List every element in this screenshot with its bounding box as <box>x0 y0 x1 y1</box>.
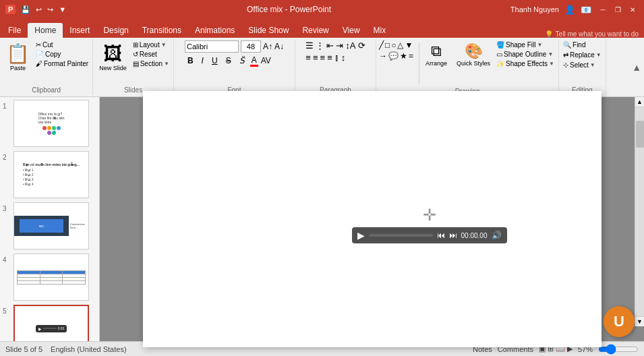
zoom-slider[interactable] <box>598 344 639 355</box>
bullets-button[interactable]: ☰ <box>305 40 314 51</box>
slide-strip: 1 Office mix là gì?Chào file đầu tiênvào… <box>0 97 100 341</box>
slide-item-1[interactable]: 1 Office mix là gì?Chào file đầu tiênvào… <box>3 100 96 147</box>
layout-button[interactable]: ⊞ Layout ▼ <box>131 40 171 49</box>
paragraph-inner: ☰ ⋮ ⇤ ⇥ ↕A ⟳ ≡ ≡ ≡ ≡ ⫿ ↕ <box>305 40 365 85</box>
callout-shape-button[interactable]: 💬 <box>388 51 399 61</box>
circle-shape-button[interactable]: ○ <box>391 40 396 50</box>
tell-me-box[interactable]: 💡 Tell me what you want to do <box>545 30 639 38</box>
bold-button[interactable]: B <box>185 55 196 67</box>
underline-button[interactable]: U <box>209 55 221 67</box>
tab-view[interactable]: View <box>336 23 367 38</box>
line-shape-button[interactable]: ╱ <box>379 40 384 50</box>
section-button[interactable]: ▤ Section ▼ <box>131 59 171 68</box>
italic-button[interactable]: I <box>199 55 206 67</box>
media-volume-button[interactable]: 🔊 <box>492 231 502 240</box>
convert-smartart-button[interactable]: ⟳ <box>358 40 365 51</box>
tab-home[interactable]: Home <box>28 23 63 38</box>
slide-item-5[interactable]: 5 ▶ 0:00 <box>3 305 96 341</box>
justify-button[interactable]: ≡ <box>327 53 332 63</box>
move-handle-icon[interactable]: ✛ <box>423 206 436 225</box>
line-spacing-button[interactable]: ↕ <box>341 53 346 63</box>
undo-icon[interactable]: ↩ <box>34 4 43 16</box>
shape-outline-icon: ▭ <box>496 51 502 58</box>
account-icon[interactable]: 👤 <box>564 5 575 15</box>
section-dropdown-arrow: ▼ <box>164 61 169 67</box>
reset-button[interactable]: ↺ Reset <box>131 50 171 59</box>
star-shape-button[interactable]: ★ <box>400 51 407 61</box>
cut-button[interactable]: ✂ Cut <box>34 40 90 49</box>
replace-button[interactable]: ⇄ Replace ▼ <box>562 51 603 59</box>
tell-me-text: Tell me what you want to do <box>556 30 639 38</box>
triangle-shape-button[interactable]: △ <box>397 40 403 50</box>
shadow-button[interactable]: S̈ <box>237 55 247 67</box>
shape-fill-icon: 🪣 <box>496 41 504 49</box>
numbering-button[interactable]: ⋮ <box>316 40 324 51</box>
user-name: Thanh Nguyen <box>510 5 559 13</box>
media-next-button[interactable]: ⏭ <box>449 231 457 240</box>
strikethrough-button[interactable]: S <box>223 55 234 67</box>
font-color-button[interactable]: A <box>250 55 258 67</box>
find-button[interactable]: 🔍 Find <box>562 40 587 49</box>
new-slide-button[interactable]: 🖼 New Slide <box>96 40 130 73</box>
tab-design[interactable]: Design <box>96 23 135 38</box>
select-button[interactable]: ⊹ Select ▼ <box>562 61 597 69</box>
slide-item-3[interactable]: 3 IMG Content text here... <box>3 202 96 249</box>
media-prev-button[interactable]: ⏮ <box>437 231 445 240</box>
columns-button[interactable]: ⫿ <box>334 53 339 63</box>
slide-thumb-1: Office mix là gì?Chào file đầu tiênvào s… <box>13 100 89 147</box>
quick-styles-icon: 🎨 <box>465 42 483 60</box>
save-icon[interactable]: 💾 <box>20 4 32 16</box>
shapes-more-button[interactable]: ▼ <box>405 40 413 50</box>
tab-slideshow[interactable]: Slide Show <box>241 23 295 38</box>
slide-item-2[interactable]: 2 Bạn có muốn làm video bài giảng... • M… <box>3 151 96 198</box>
tab-mix[interactable]: Mix <box>367 23 393 38</box>
copy-button[interactable]: 📄 Copy <box>34 50 90 59</box>
font-size-input[interactable] <box>241 40 261 53</box>
arrow-shape-button[interactable]: → <box>379 51 387 61</box>
shape-fill-button[interactable]: 🪣 Shape Fill ▼ <box>495 40 556 49</box>
minimize-button[interactable]: ─ <box>597 3 609 16</box>
redo-icon[interactable]: ↪ <box>46 4 55 16</box>
slide-thumb-3: IMG Content text here... <box>13 202 89 249</box>
shape-effects-icon: ✨ <box>496 60 504 67</box>
scroll-thumb[interactable] <box>636 121 644 148</box>
scroll-down-button[interactable]: ▼ <box>635 317 645 326</box>
media-play-button[interactable]: ▶ <box>357 230 365 241</box>
decrease-indent-button[interactable]: ⇤ <box>326 40 334 51</box>
media-progress-bar[interactable] <box>369 234 433 237</box>
align-right-button[interactable]: ≡ <box>320 53 326 63</box>
share-icon[interactable]: 📧 <box>581 5 591 15</box>
customize-qa-icon[interactable]: ▼ <box>57 4 67 15</box>
tab-animations[interactable]: Animations <box>188 23 241 38</box>
arrange-button[interactable]: ⧉ Arrange <box>422 40 450 69</box>
font-name-input[interactable] <box>185 40 239 53</box>
shape-effects-button[interactable]: ✨ Shape Effects ▼ <box>495 59 556 68</box>
equation-shape-button[interactable]: = <box>409 51 413 61</box>
tab-insert[interactable]: Insert <box>63 23 96 38</box>
paste-button[interactable]: 📋 Paste <box>3 40 33 73</box>
app-icon: P <box>5 5 16 14</box>
tab-file[interactable]: File <box>1 23 28 38</box>
paragraph-row1: ☰ ⋮ ⇤ ⇥ ↕A ⟳ <box>305 40 365 51</box>
tab-transitions[interactable]: Transitions <box>136 23 188 38</box>
increase-font-button[interactable]: A↑ <box>263 42 272 51</box>
format-painter-button[interactable]: 🖌 Format Painter <box>34 59 90 68</box>
shape-outline-button[interactable]: ▭ Shape Outline ▼ <box>495 50 556 59</box>
rect-shape-button[interactable]: □ <box>385 40 390 50</box>
collapse-ribbon-button[interactable]: ▲ <box>632 62 641 73</box>
close-button[interactable]: ✕ <box>626 3 639 16</box>
text-direction-button[interactable]: ↕A <box>345 40 355 51</box>
align-left-button[interactable]: ≡ <box>305 53 311 63</box>
scroll-up-button[interactable]: ▲ <box>635 97 645 107</box>
tab-review[interactable]: Review <box>295 23 335 38</box>
increase-indent-button[interactable]: ⇥ <box>336 40 343 51</box>
char-spacing-button[interactable]: AV <box>261 56 271 65</box>
quick-styles-button[interactable]: 🎨 Quick Styles <box>453 40 494 69</box>
slide4-content <box>14 268 88 287</box>
restore-button[interactable]: ❐ <box>612 3 624 16</box>
format-painter-icon: 🖌 <box>36 60 42 67</box>
align-center-button[interactable]: ≡ <box>313 53 318 63</box>
decrease-font-button[interactable]: A↓ <box>274 42 284 51</box>
slide-item-4[interactable]: 4 <box>3 254 96 301</box>
section-icon: ▤ <box>133 60 139 67</box>
